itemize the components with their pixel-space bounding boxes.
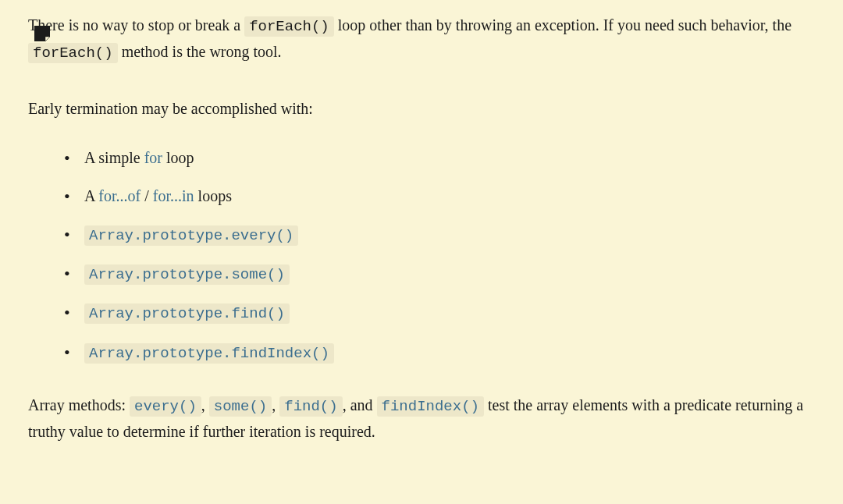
code-foreach: forEach() (244, 16, 334, 37)
list-item: A simple for loop (64, 145, 818, 171)
list-item: Array.prototype.find() (64, 300, 818, 326)
link-for-in[interactable]: for...in (153, 187, 194, 204)
text: There is no way to stop or break a (28, 16, 244, 34)
link-array-find[interactable]: Array.prototype.find() (84, 303, 290, 321)
list-item: A for...of / for...in loops (64, 183, 818, 209)
code-array-some: Array.prototype.some() (84, 264, 290, 285)
code-foreach: forEach() (28, 43, 118, 63)
text: loop other than by throwing an exception… (334, 16, 791, 34)
text: A simple (84, 149, 144, 166)
list-item: Array.prototype.some() (64, 261, 818, 287)
link-for[interactable]: for (144, 149, 162, 166)
text: method is the wrong tool. (118, 43, 282, 60)
text: Array methods: (28, 396, 130, 413)
text: loops (194, 187, 232, 204)
code-findindex: findIndex() (377, 396, 484, 417)
paragraph-early-termination: Early termination may be accomplished wi… (28, 96, 818, 122)
link-findindex[interactable]: findIndex() (377, 396, 484, 413)
code-some: some() (209, 396, 272, 417)
link-array-some[interactable]: Array.prototype.some() (84, 264, 290, 282)
text: , (201, 396, 209, 413)
code-array-every: Array.prototype.every() (84, 225, 298, 246)
code-array-find: Array.prototype.find() (84, 303, 290, 324)
note-icon (34, 23, 50, 39)
alternatives-list: A simple for loop A for...of / for...in … (28, 145, 818, 366)
list-item: Array.prototype.findIndex() (64, 339, 818, 366)
text: loop (162, 149, 194, 166)
text: , and (343, 396, 377, 413)
document-content: There is no way to stop or break a forEa… (28, 12, 818, 445)
link-array-every[interactable]: Array.prototype.every() (84, 225, 298, 243)
link-every[interactable]: every() (130, 396, 201, 413)
text: , (272, 396, 279, 413)
code-find: find() (279, 396, 342, 417)
paragraph-intro: There is no way to stop or break a forEa… (28, 12, 818, 66)
code-array-findindex: Array.prototype.findIndex() (84, 343, 334, 364)
text: Early termination may be accomplished wi… (28, 100, 313, 117)
link-for-of[interactable]: for...of (98, 187, 140, 204)
link-array-findindex[interactable]: Array.prototype.findIndex() (84, 343, 334, 360)
code-every: every() (130, 396, 201, 417)
link-some[interactable]: some() (209, 396, 272, 413)
link-find[interactable]: find() (279, 396, 342, 413)
list-item: Array.prototype.every() (64, 222, 818, 248)
text: / (140, 187, 153, 204)
paragraph-array-methods: Array methods: every(), some(), find(), … (28, 392, 818, 445)
text: A (84, 187, 98, 204)
